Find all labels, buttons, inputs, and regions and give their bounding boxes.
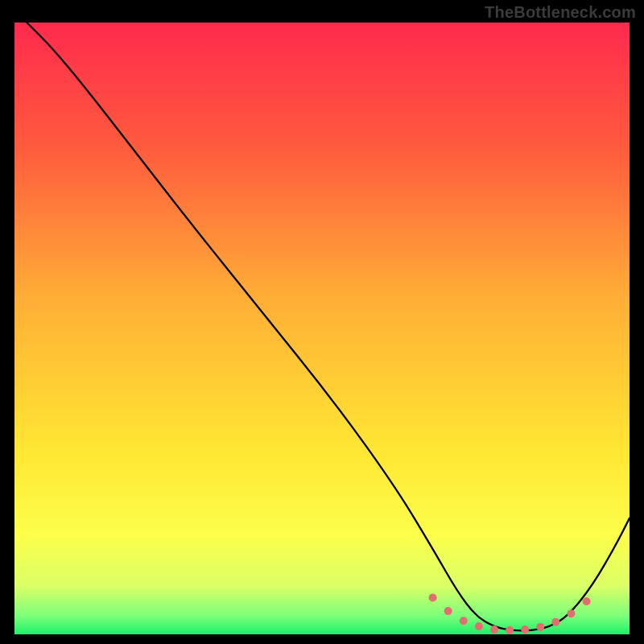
valley-dot [551,618,559,626]
valley-dot [567,609,575,617]
valley-dot [536,623,544,631]
valley-dot [506,626,514,634]
valley-dot [490,625,498,634]
watermark-text: TheBottleneck.com [485,3,636,22]
plot-area [14,23,630,634]
valley-dot [444,607,452,615]
valley-dot [475,622,483,630]
plot-svg [14,23,630,634]
valley-dot [583,597,591,605]
valley-dot [521,625,529,634]
valley-dot [429,593,437,601]
chart-stage: TheBottleneck.com [0,0,644,644]
valley-dot [460,617,468,625]
